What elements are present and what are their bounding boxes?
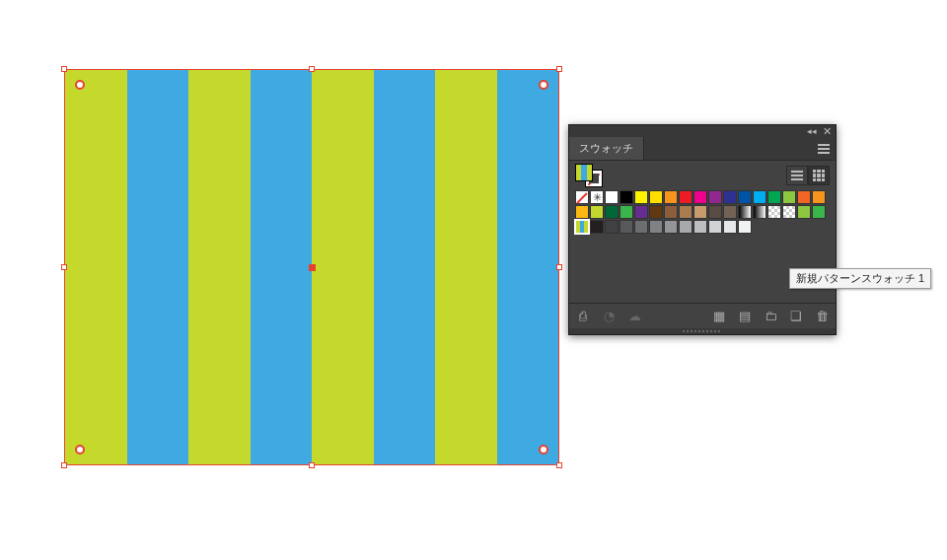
fill-swatch[interactable] <box>575 164 593 181</box>
swatch-grid <box>569 190 836 238</box>
swatch[interactable] <box>782 205 796 219</box>
swatch[interactable] <box>767 190 781 204</box>
swatch[interactable] <box>634 205 648 219</box>
swatch[interactable] <box>738 205 752 219</box>
swatch[interactable] <box>708 205 722 219</box>
close-icon[interactable]: ✕ <box>823 125 832 138</box>
swatch[interactable] <box>619 220 633 234</box>
swatch[interactable] <box>723 190 737 204</box>
menu-icon <box>818 144 830 154</box>
swatch[interactable] <box>723 205 737 219</box>
collapse-icon[interactable]: ◂◂ <box>807 126 817 136</box>
anchor-point[interactable] <box>539 445 548 455</box>
swatch-kind-icon[interactable]: ◔ <box>601 309 617 324</box>
resize-handle-tr[interactable] <box>556 66 562 72</box>
list-icon <box>791 171 803 180</box>
swatch[interactable] <box>693 205 707 219</box>
swatch[interactable] <box>664 190 678 204</box>
swatch[interactable] <box>605 190 619 204</box>
swatch[interactable] <box>812 205 826 219</box>
resize-handle-l[interactable] <box>61 264 67 270</box>
swatch[interactable] <box>649 220 663 234</box>
center-point[interactable] <box>309 264 316 271</box>
swatch[interactable] <box>649 205 663 219</box>
folder-icon[interactable]: 🗀 <box>763 309 778 324</box>
panel-resize-gripper[interactable] <box>569 328 836 334</box>
swatches-panel[interactable]: ◂◂ ✕ スウォッチ ⎙ <box>568 124 837 335</box>
swatch[interactable] <box>812 190 826 204</box>
swatch[interactable] <box>708 220 722 234</box>
resize-handle-bl[interactable] <box>61 462 67 468</box>
anchor-point[interactable] <box>75 445 85 455</box>
swatch[interactable] <box>664 220 678 234</box>
panel-footer: ⎙ ◔ ☁ ▦ ▤ 🗀 ❏ 🗑 <box>569 303 836 328</box>
new-group-icon[interactable]: ▤ <box>737 309 753 324</box>
swatch[interactable] <box>767 205 781 219</box>
trash-icon[interactable]: 🗑 <box>814 309 830 324</box>
swatch[interactable] <box>634 220 648 234</box>
swatch[interactable] <box>782 190 796 204</box>
swatch[interactable] <box>797 205 811 219</box>
resize-handle-b[interactable] <box>309 462 315 468</box>
anchor-point[interactable] <box>539 80 548 90</box>
selected-rectangle[interactable] <box>65 70 558 464</box>
swatch[interactable] <box>738 190 752 204</box>
list-view-button[interactable] <box>786 166 808 185</box>
swatch[interactable] <box>575 220 589 234</box>
swatch[interactable] <box>679 205 692 219</box>
swatch[interactable] <box>723 220 737 234</box>
swatch[interactable] <box>664 205 678 219</box>
swatch-options-icon[interactable]: ▦ <box>711 309 727 324</box>
swatch[interactable] <box>590 205 604 219</box>
swatch[interactable] <box>753 205 766 219</box>
grid-view-button[interactable] <box>808 166 830 185</box>
swatch[interactable] <box>753 190 766 204</box>
swatch[interactable] <box>619 190 633 204</box>
grid-icon <box>813 170 825 181</box>
swatch[interactable] <box>693 220 707 234</box>
swatch[interactable] <box>679 190 692 204</box>
cloud-icon[interactable]: ☁ <box>626 309 642 324</box>
swatch[interactable] <box>649 190 663 204</box>
panel-tabbar: スウォッチ <box>569 137 836 161</box>
resize-handle-r[interactable] <box>556 264 562 270</box>
swatch[interactable] <box>693 190 707 204</box>
resize-handle-tl[interactable] <box>61 66 67 72</box>
tab-swatches[interactable]: スウォッチ <box>569 137 644 160</box>
panel-menu-button[interactable] <box>812 137 836 160</box>
swatch[interactable] <box>575 190 589 204</box>
swatch[interactable] <box>605 205 619 219</box>
swatch[interactable] <box>605 220 619 234</box>
swatch[interactable] <box>708 190 722 204</box>
swatch[interactable] <box>634 190 648 204</box>
new-swatch-icon[interactable]: ❏ <box>788 309 804 324</box>
panel-topbar[interactable]: ◂◂ ✕ <box>569 125 836 137</box>
library-icon[interactable]: ⎙ <box>575 309 591 324</box>
fill-stroke-indicator[interactable] <box>575 164 603 187</box>
tab-label: スウォッチ <box>579 141 633 156</box>
swatch[interactable] <box>619 205 633 219</box>
swatch[interactable] <box>679 220 692 234</box>
swatch[interactable] <box>797 190 811 204</box>
resize-handle-br[interactable] <box>556 462 562 468</box>
swatch[interactable] <box>590 220 604 234</box>
swatch[interactable] <box>590 190 604 204</box>
anchor-point[interactable] <box>75 80 85 90</box>
resize-handle-t[interactable] <box>309 66 315 72</box>
swatch[interactable] <box>575 205 589 219</box>
swatch[interactable] <box>738 220 752 234</box>
swatch-tooltip: 新規パターンスウォッチ 1 <box>789 268 931 289</box>
